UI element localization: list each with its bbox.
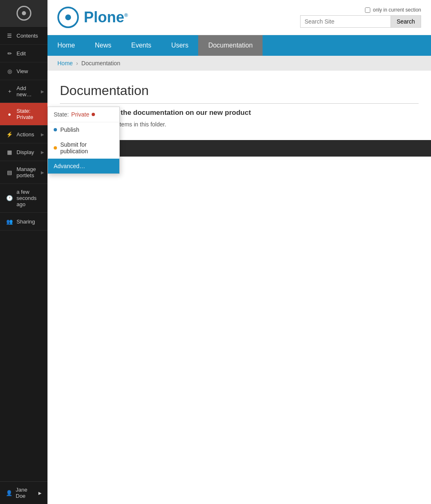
state-dropdown: State: Private Publish Submit for public… — [47, 107, 120, 174]
breadcrumb-home[interactable]: Home — [57, 60, 73, 67]
chevron-right-icon: ▶ — [38, 491, 42, 495]
sidebar-item-label: State: Private — [17, 108, 42, 120]
sidebar-item-label: View — [17, 68, 42, 74]
sidebar-item-label: Sharing — [17, 219, 42, 225]
toolbar-footer-user[interactable]: 👤 Jane Doe ▶ — [0, 481, 47, 504]
user-icon: 👤 — [6, 490, 12, 496]
dropdown-state-value: Private — [71, 111, 90, 118]
search-row: Search — [300, 15, 421, 28]
site-nav: Home News Events Users Documentation — [47, 35, 431, 56]
list-icon: ☰ — [6, 32, 13, 39]
dropdown-item-advanced[interactable]: Advanced… — [48, 159, 119, 174]
sidebar-item-display[interactable]: ▦ Display ▶ — [0, 143, 47, 161]
search-only-section: only in current section — [365, 7, 421, 13]
sidebar-item-label: Manage portlets — [17, 166, 42, 178]
search-button[interactable]: Search — [391, 15, 421, 28]
toolbar: ☰ Contents ✏ Edit ◎ View ＋ Add new… ▶ ● … — [0, 0, 47, 504]
portlet-icon: ▤ — [6, 169, 13, 176]
dropdown-state-prefix: State: — [54, 111, 69, 118]
dropdown-item-label: Submit for publication — [60, 141, 114, 155]
nav-item-users[interactable]: Users — [161, 35, 199, 56]
sidebar-item-view[interactable]: ◎ View — [0, 62, 47, 80]
sidebar-item-timestamp: 🕐 a few seconds ago — [0, 184, 47, 213]
plone-logo-circle — [57, 7, 79, 28]
sharing-icon: 👥 — [6, 218, 13, 225]
sidebar-item-label: a few seconds ago — [17, 189, 42, 207]
search-only-section-label: only in current section — [373, 7, 421, 13]
plone-logo-text: Plone® — [84, 9, 128, 26]
sidebar-item-label: Edit — [17, 50, 42, 57]
sidebar-item-label: Contents — [17, 33, 42, 39]
sidebar-item-contents[interactable]: ☰ Contents — [0, 27, 47, 45]
search-only-section-checkbox[interactable] — [365, 7, 370, 13]
dot-yellow-icon — [54, 146, 57, 150]
sidebar-item-actions[interactable]: ⚡ Actions ▶ — [0, 126, 47, 143]
display-icon: ▦ — [6, 148, 13, 156]
clock-icon: 🕐 — [6, 195, 13, 202]
sidebar-item-sharing[interactable]: 👥 Sharing — [0, 213, 47, 231]
main-content: Plone® only in current section Search Ho… — [47, 0, 431, 504]
chevron-right-icon: ▶ — [41, 150, 44, 155]
page-title: Documentation — [60, 83, 419, 104]
dropdown-item-label: Publish — [60, 126, 79, 133]
chevron-right-icon: ▶ — [41, 132, 44, 137]
nav-item-home[interactable]: Home — [47, 35, 85, 56]
nav-item-documentation[interactable]: Documentation — [198, 35, 263, 56]
toolbar-logo — [0, 0, 47, 27]
circle-icon: ● — [6, 110, 13, 118]
chevron-right-icon: ▶ — [41, 89, 44, 94]
dropdown-item-label: Advanced… — [54, 163, 85, 169]
eye-icon: ◎ — [6, 67, 13, 75]
breadcrumb-current: Documentation — [81, 60, 120, 67]
search-area: only in current section Search — [300, 7, 421, 28]
nav-item-events[interactable]: Events — [121, 35, 161, 56]
sidebar-item-label: Actions — [17, 131, 42, 138]
plus-icon: ＋ — [6, 88, 13, 95]
sidebar-item-label: Display — [17, 149, 42, 155]
breadcrumb-separator: › — [76, 60, 78, 67]
plone-logo: Plone® — [57, 7, 128, 28]
site-header: Plone® only in current section Search — [47, 0, 431, 35]
toolbar-username: Jane Doe — [16, 487, 35, 499]
search-input[interactable] — [300, 15, 391, 28]
sidebar-item-edit[interactable]: ✏ Edit — [0, 45, 47, 62]
dropdown-item-submit[interactable]: Submit for publication — [48, 137, 119, 159]
state-dot-red — [92, 113, 95, 116]
nav-item-news[interactable]: News — [85, 35, 121, 56]
sidebar-item-label: Add new… — [17, 85, 42, 97]
breadcrumb: Home › Documentation — [47, 56, 431, 71]
bolt-icon: ⚡ — [6, 131, 13, 138]
dot-blue-icon — [54, 128, 57, 131]
dropdown-header: State: Private — [48, 107, 119, 122]
plone-circle-icon — [17, 6, 31, 21]
sidebar-item-state-private[interactable]: ● State: Private — [0, 103, 47, 126]
sidebar-item-manage-portlets[interactable]: ▤ Manage portlets ▶ — [0, 161, 47, 184]
chevron-right-icon: ▶ — [41, 170, 44, 175]
pencil-icon: ✏ — [6, 50, 13, 57]
sidebar-item-add-new[interactable]: ＋ Add new… ▶ — [0, 80, 47, 103]
dropdown-item-publish[interactable]: Publish — [48, 122, 119, 137]
